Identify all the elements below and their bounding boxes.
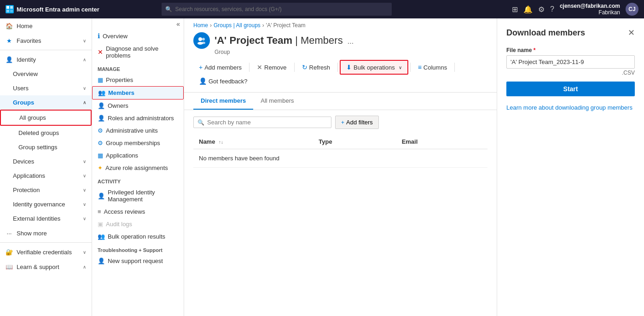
group-avatar (193, 32, 210, 49)
refresh-button[interactable]: ↻ Refresh (296, 61, 336, 74)
file-name-input[interactable] (506, 55, 635, 69)
svg-point-5 (202, 38, 205, 41)
feedback-icon: 👤 (199, 77, 207, 85)
learn-more-link[interactable]: Learn more about downloading group membe… (506, 104, 635, 112)
table-row: No members have been found (193, 149, 487, 168)
separator3 (337, 63, 338, 72)
page-title: 'A' Project Team | Members ... (215, 35, 354, 47)
chevron-right-icon: ∨ (83, 86, 86, 91)
admin-units-icon: ⚙ (98, 127, 103, 134)
audit-logs-item[interactable]: ▣ Audit logs (92, 218, 184, 230)
remove-button[interactable]: ✕ Remove (251, 61, 292, 74)
azure-roles-item[interactable]: ✦ Azure role assignments (92, 162, 184, 174)
support-icon: 👤 (98, 257, 105, 264)
more-button[interactable]: ... (348, 37, 354, 45)
search-input[interactable] (162, 3, 392, 16)
page-header: 'A' Project Team | Members ... (184, 29, 497, 49)
col-name[interactable]: Name ↑↓ (193, 135, 313, 149)
owners-item[interactable]: 👤 Owners (92, 99, 184, 112)
identity-icon: 👤 (6, 56, 13, 63)
new-support-item[interactable]: 👤 New support request (92, 255, 184, 267)
sidebar-item-learn[interactable]: 📖 Learn & support ∧ (0, 259, 92, 274)
breadcrumb-home[interactable]: Home (193, 22, 208, 29)
topbar: Microsoft Entra admin center 🔍 ⊞ 🔔 ⚙ ? c… (0, 0, 644, 18)
roles-icon: 👤 (98, 115, 105, 122)
pim-item[interactable]: 👤 Privileged Identity Management (92, 186, 184, 205)
notification-icon[interactable]: 🔔 (523, 5, 533, 14)
chevron-down-icon-groups: ∧ (83, 100, 86, 105)
refresh-icon: ↻ (302, 64, 307, 71)
sidebar-item-users[interactable]: Users ∨ (0, 81, 92, 95)
sidebar-item-all-groups[interactable]: All groups (0, 110, 92, 126)
overview-item[interactable]: ℹ Overview (92, 29, 184, 42)
sidebar-item-home[interactable]: 🏠 Home (0, 18, 92, 33)
sidebar-item-external-identities[interactable]: External Identities ∨ (0, 211, 92, 226)
panel-title: Download members (506, 28, 585, 38)
breadcrumb-current: 'A' Project Team (266, 22, 306, 29)
svg-rect-3 (10, 10, 13, 12)
feedback-button[interactable]: 👤 Got feedback? (193, 75, 253, 88)
file-name-label: File name * (506, 47, 635, 53)
roles-admins-item[interactable]: 👤 Roles and administrators (92, 112, 184, 124)
sidebar-item-deleted-groups[interactable]: Deleted groups (0, 126, 92, 140)
group-memberships-item[interactable]: ⚙ Group memberships (92, 137, 184, 149)
sidebar-item-show-more[interactable]: ··· Show more (0, 226, 92, 240)
sidebar-item-protection[interactable]: Protection ∨ (0, 183, 92, 197)
left-sidebar: 🏠 Home ★ Favorites ∨ 👤 Identity ∧ Overvi… (0, 18, 92, 316)
admin-units-item[interactable]: ⚙ Administrative units (92, 124, 184, 137)
chevron-right-ig: ∨ (83, 202, 86, 207)
search-icon-filter: 🔍 (197, 119, 204, 126)
col-email: Email (396, 135, 487, 149)
help-icon[interactable]: ? (550, 5, 554, 13)
sidebar-item-groups[interactable]: Groups ∧ (0, 95, 92, 110)
bulk-operations-button[interactable]: ⬇ Bulk operations ∨ (340, 60, 408, 75)
chevron-up-learn: ∧ (83, 264, 86, 269)
start-button[interactable]: Start (506, 82, 635, 96)
access-reviews-item[interactable]: ≡ Access reviews (92, 205, 184, 218)
pim-icon: 👤 (98, 193, 105, 199)
breadcrumb-groups[interactable]: Groups | All groups (214, 22, 261, 29)
panel-close-button[interactable]: ✕ (628, 28, 635, 38)
ellipsis-icon: ··· (6, 229, 13, 237)
member-search-input[interactable] (207, 119, 327, 126)
sidebar-item-group-settings[interactable]: Group settings (0, 140, 92, 154)
divider (0, 50, 92, 50)
add-filters-button[interactable]: + Add filters (335, 116, 379, 129)
sidebar-item-applications[interactable]: Applications ∨ (0, 169, 92, 183)
diagnose-icon: ✕ (98, 48, 103, 56)
toolbar: + Add members ✕ Remove ↻ Refresh ⬇ Bulk … (184, 55, 497, 93)
star-icon: ★ (6, 37, 13, 44)
tab-direct-members[interactable]: Direct members (193, 93, 253, 110)
sidebar-item-devices[interactable]: Devices ∨ (0, 154, 92, 169)
properties-item[interactable]: ▦ Properties (92, 74, 184, 86)
search-icon: 🔍 (165, 6, 172, 12)
tab-all-members[interactable]: All members (253, 93, 301, 110)
add-members-button[interactable]: + Add members (193, 61, 247, 74)
properties-icon: ▦ (98, 76, 103, 83)
collapse-button[interactable]: « (176, 20, 180, 28)
columns-icon: ≡ (418, 64, 422, 71)
sidebar-item-identity[interactable]: 👤 Identity ∧ (0, 52, 92, 67)
columns-button[interactable]: ≡ Columns (412, 61, 453, 74)
separator1 (249, 63, 249, 72)
content-area: Home › Groups | All groups › 'A' Project… (184, 18, 497, 316)
sidebar-item-identity-governance[interactable]: Identity governance ∨ (0, 197, 92, 211)
bulk-results-item[interactable]: 👥 Bulk operation results (92, 230, 184, 243)
applications-item[interactable]: ▦ Applications (92, 149, 184, 162)
settings-icon[interactable]: ⚙ (538, 5, 545, 14)
avatar[interactable]: CJ (626, 3, 638, 16)
members-item[interactable]: 👥 Members (92, 86, 184, 99)
tabs-container: Direct members All members (184, 93, 497, 110)
filter-icon: + (341, 119, 344, 126)
filter-bar: 🔍 + Add filters (184, 110, 497, 135)
sidebar-item-favorites[interactable]: ★ Favorites ∨ (0, 33, 92, 48)
chevron-down-vc: ∨ (83, 250, 86, 255)
file-name-field: File name * .CSV (506, 47, 635, 76)
sidebar-item-verifiable[interactable]: 🔐 Verifiable credentials ∨ (0, 245, 92, 259)
owners-icon: 👤 (98, 102, 105, 109)
diagnose-item[interactable]: ✕ Diagnose and solve problems (92, 42, 184, 62)
sidebar-item-overview[interactable]: Overview (0, 67, 92, 81)
access-reviews-icon: ≡ (98, 208, 101, 215)
portal-icon[interactable]: ⊞ (512, 5, 518, 14)
page-subtitle: Group (184, 49, 497, 55)
